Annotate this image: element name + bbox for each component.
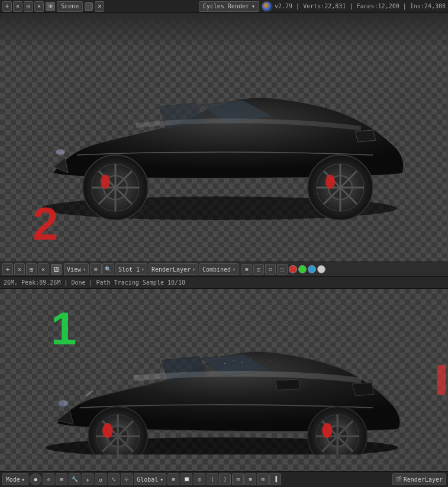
- render-layer-indicator[interactable]: 🎬 RenderLayer: [392, 473, 446, 485]
- close-x-btn[interactable]: ×: [34, 1, 44, 12]
- mode-btn[interactable]: Mode ▾: [2, 473, 28, 485]
- scale-tool-btn[interactable]: ⤡: [108, 473, 120, 485]
- plus-btn[interactable]: +: [2, 1, 12, 12]
- render-layer-dropdown[interactable]: RenderLayer ▾: [149, 263, 198, 275]
- box-btn[interactable]: ⊞: [24, 1, 33, 12]
- image-icon: 🖼: [51, 264, 62, 275]
- svg-point-44: [322, 423, 332, 438]
- color-icon-4[interactable]: ⬚: [277, 264, 288, 275]
- top-render-area: 2: [0, 13, 448, 262]
- color-icon-2[interactable]: ◫: [253, 264, 264, 275]
- blender-logo: [261, 1, 273, 12]
- svg-point-27: [270, 360, 271, 361]
- toolbar-box-btn[interactable]: ⊞: [26, 263, 37, 275]
- timeline-btn4[interactable]: ▐: [269, 473, 281, 485]
- car-bottom-render: [18, 307, 426, 454]
- slot-dropdown[interactable]: Slot 1 ▾: [115, 263, 147, 275]
- rotate-tool-btn[interactable]: ↺: [95, 473, 107, 485]
- global-dropdown[interactable]: Global ▾: [134, 473, 166, 485]
- toolbar-remove-btn[interactable]: ×: [14, 263, 25, 275]
- transform-btn[interactable]: ⊹: [121, 473, 133, 485]
- timeline-btn3[interactable]: ⊟: [257, 473, 269, 485]
- car-top-render: [18, 37, 420, 220]
- svg-point-45: [58, 400, 68, 407]
- toolbar-close-btn[interactable]: ×: [38, 263, 49, 275]
- color-icon-3[interactable]: ◻: [265, 264, 276, 275]
- dot-indicator[interactable]: ⊙: [43, 473, 54, 485]
- combined-dropdown[interactable]: Combined ▾: [199, 263, 238, 275]
- right-edge-indicator: [437, 365, 446, 395]
- status-bar: 26M, Peak:89.26M | Done | Path Tracing S…: [0, 277, 448, 289]
- svg-point-24: [259, 361, 260, 362]
- svg-point-26: [230, 369, 231, 370]
- scene-dropdown[interactable]: Scene: [57, 1, 83, 12]
- svg-point-19: [224, 363, 225, 364]
- toolbar-add-btn[interactable]: +: [2, 263, 13, 275]
- svg-point-23: [250, 359, 251, 360]
- svg-point-25: [218, 356, 220, 357]
- status-text: 26M, Peak:89.26M | Done | Path Tracing S…: [4, 279, 185, 286]
- render-engine-dropdown[interactable]: Cycles Render ▾: [199, 1, 259, 12]
- snap-btn[interactable]: ⊞: [167, 473, 179, 485]
- middle-toolbar: + × ⊞ × 🖼 View ▾ ⊡ 🔍 Slot 1 ▾ RenderLaye…: [0, 262, 448, 277]
- timeline-btn1[interactable]: ⊡: [232, 473, 244, 485]
- mesh-btn[interactable]: ⊞: [56, 473, 67, 485]
- bottom-render-area: 1: [0, 289, 448, 471]
- dot-blue[interactable]: [308, 265, 316, 273]
- svg-point-36: [102, 423, 112, 438]
- bottom-system-bar: Mode ▾ ● ⊙ ⊞ 🔧 ✛ ↺ ⤡ ⊹ Global ▾ ⊞ 🔲 ◎ ⟨ …: [0, 471, 448, 487]
- svg-line-46: [85, 391, 93, 396]
- magnet-btn[interactable]: 🔲: [181, 473, 192, 485]
- svg-point-17: [56, 149, 65, 155]
- x-btn[interactable]: ×: [13, 1, 22, 12]
- render-number-1: 1: [51, 305, 76, 351]
- zoom-btn[interactable]: 🔍: [102, 263, 114, 275]
- anim-btn2[interactable]: ⟩: [219, 473, 231, 485]
- svg-point-28: [278, 364, 279, 365]
- sphere-btn[interactable]: ●: [30, 473, 41, 485]
- icon-group-1: ⊡ 🔍: [90, 263, 114, 275]
- modifier-btn[interactable]: 🔧: [69, 473, 80, 485]
- svg-point-8: [101, 175, 110, 189]
- stats-text: v2.79 | Verts:22,831 | Faces:12,200 | In…: [275, 3, 446, 9]
- header-icon-btns[interactable]: + × ⊞ ×: [2, 1, 44, 12]
- zoom-fit-btn[interactable]: ⊡: [90, 263, 102, 275]
- scene-close-btn[interactable]: ×: [95, 1, 104, 12]
- scene-header-bar: + × ⊞ × 👁 Scene × Cycles Render ▾ v2.79 …: [0, 0, 448, 13]
- timeline-btn2[interactable]: ⊞: [244, 473, 256, 485]
- svg-point-21: [241, 362, 243, 363]
- view-dropdown[interactable]: View ▾: [64, 263, 89, 275]
- dot-red[interactable]: [289, 265, 297, 273]
- dot-white[interactable]: [317, 265, 325, 273]
- move-tool-btn[interactable]: ✛: [82, 473, 94, 485]
- render-number-2: 2: [33, 201, 58, 247]
- svg-point-20: [233, 360, 234, 362]
- svg-point-16: [325, 175, 335, 189]
- anim-btn1[interactable]: ⟨: [207, 473, 218, 485]
- color-icon-1[interactable]: ⊞: [241, 264, 252, 275]
- dot-green[interactable]: [298, 265, 307, 273]
- timeline-icons: ⊡ ⊞ ⊟ ▐: [232, 473, 281, 485]
- view-icon: 👁: [46, 2, 55, 11]
- icon-group-2: ⊞ ◫ ◻ ⬚: [241, 264, 325, 275]
- icon-grp: ⟨ ⟩: [207, 473, 231, 485]
- svg-point-22: [207, 366, 208, 366]
- proportional-btn[interactable]: ◎: [194, 473, 205, 485]
- scene-icon: [85, 2, 93, 11]
